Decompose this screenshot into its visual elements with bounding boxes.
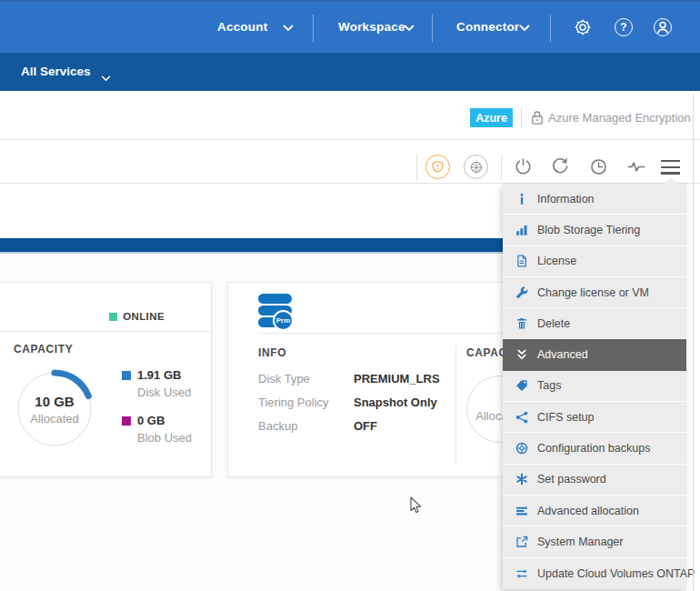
allocated-value: 10 GB (35, 394, 74, 409)
status-label: ONLINE (123, 311, 165, 322)
menu-item-configuration-backups[interactable]: Configuration backups (503, 433, 686, 464)
lock-icon (531, 110, 544, 125)
shield-icon[interactable] (425, 155, 450, 179)
provider-badge: Azure (470, 108, 513, 127)
header-divider (521, 107, 522, 128)
menu-item-change-license-or-vm[interactable]: Change license or VM (503, 277, 686, 308)
info-value: Snapshot Only (354, 396, 437, 409)
menu-item-label: Blob Storage Tiering (537, 224, 640, 236)
toolbar-divider (416, 155, 417, 180)
encryption-label: Azure Managed Encryption (548, 111, 691, 125)
menu-item-cifs-setup[interactable]: CIFS setup (503, 402, 686, 433)
trash-icon (515, 317, 528, 330)
card-divider (0, 331, 211, 332)
external-link-icon (515, 536, 528, 548)
menu-item-label: System Manager (537, 536, 623, 548)
bar-chart-icon (515, 224, 528, 236)
menu-item-advanced[interactable]: Advanced (503, 339, 686, 370)
services-bar: All Services (0, 53, 700, 91)
menu-item-label: Configuration backups (537, 442, 650, 455)
mouse-cursor (409, 496, 424, 515)
menu-item-label: Change license or VM (537, 286, 649, 299)
info-section-title: INFO (258, 346, 286, 359)
capacity-donut-chart: 10 GB Allocated (14, 368, 95, 450)
menu-item-information[interactable]: Information (503, 184, 686, 215)
all-services-menu[interactable]: All Services (21, 65, 91, 78)
info-row-tiering-policy: Tiering Policy Snapshot Only (258, 396, 440, 409)
info-row-backup: Backup OFF (258, 419, 440, 433)
info-value: PREMIUM_LRS (354, 372, 440, 386)
blob-used-value: 0 GB (137, 414, 165, 427)
power-icon[interactable] (514, 157, 533, 176)
timeline-icon[interactable] (589, 157, 608, 176)
menu-item-label: Information (537, 193, 595, 205)
account-menu[interactable]: Account (217, 20, 267, 34)
blob-used-swatch-icon (122, 416, 131, 426)
capacity-legend: 1.91 GB Disk Used 0 GB Blob Used (122, 368, 192, 459)
status-dot-icon (109, 313, 117, 321)
swap-arrows-icon (515, 567, 528, 580)
help-icon[interactable]: ? (615, 18, 633, 36)
rows-icon (515, 505, 528, 517)
gear-icon[interactable] (574, 18, 592, 36)
info-label: Disk Type (258, 372, 354, 386)
card-vertical-divider (455, 345, 456, 465)
menu-item-label: CIFS setup (537, 411, 595, 424)
chevron-down-icon[interactable] (519, 25, 530, 32)
topbar-divider (313, 15, 314, 42)
refresh-icon[interactable] (550, 157, 569, 176)
chevron-down-icon[interactable] (404, 25, 415, 32)
globe-icon (515, 442, 528, 455)
menu-item-system-manager[interactable]: System Manager (503, 526, 686, 557)
info-row-disk-type: Disk Type PREMIUM_LRS (258, 372, 440, 386)
info-label: Backup (258, 419, 354, 433)
document-icon (515, 255, 528, 267)
legend-item-blob-used: 0 GB Blob Used (122, 414, 192, 445)
disk-used-swatch-icon (122, 371, 131, 380)
menu-item-label: Tags (537, 379, 561, 392)
actions-menu: InformationBlob Storage TieringLicenseCh… (503, 184, 686, 589)
menu-item-set-password[interactable]: Set password (503, 465, 686, 496)
activity-icon[interactable] (627, 157, 646, 176)
legend-item-disk-used: 1.91 GB Disk Used (122, 368, 192, 399)
menu-item-advanced-allocation[interactable]: Advanced allocation (503, 496, 686, 526)
double-chevron-down-icon (515, 348, 528, 361)
connector-menu[interactable]: Connector (456, 20, 519, 34)
tag-icon (515, 379, 528, 392)
status-badge: ONLINE (109, 311, 165, 322)
chevron-down-icon[interactable] (283, 25, 294, 32)
scroll-edge-line (693, 95, 694, 591)
menu-item-label: Advanced (537, 348, 588, 361)
wrench-icon (515, 286, 528, 299)
disk-used-label: Disk Used (137, 386, 192, 399)
toolbar-divider (501, 155, 502, 180)
kubernetes-icon[interactable] (464, 155, 488, 179)
chevron-down-icon[interactable] (101, 69, 111, 85)
menu-item-update-cloud-volumes-ontap[interactable]: Update Cloud Volumes ONTAP (503, 558, 686, 589)
blob-used-label: Blob Used (137, 431, 192, 445)
info-label: Tiering Policy (258, 396, 354, 409)
menu-item-delete[interactable]: Delete (503, 308, 686, 339)
premium-disk-icon: Prm (258, 294, 300, 332)
menu-item-blob-storage-tiering[interactable]: Blob Storage Tiering (503, 215, 686, 245)
working-environment-card[interactable]: ONLINE CAPACITY 10 GB Allocated 1.91 GB … (0, 282, 212, 477)
allocated-label: Allocated (30, 412, 78, 426)
topbar-divider (550, 15, 551, 42)
divider (0, 139, 700, 140)
info-value: OFF (354, 419, 377, 433)
info-rows: Disk Type PREMIUM_LRS Tiering Policy Sna… (258, 372, 440, 443)
menu-item-license[interactable]: License (503, 246, 686, 277)
info-icon (515, 193, 528, 205)
menu-item-label: License (537, 255, 576, 267)
menu-item-tags[interactable]: Tags (503, 371, 686, 402)
menu-pointer (664, 177, 678, 185)
disk-used-value: 1.91 GB (137, 368, 181, 382)
workspace-menu[interactable]: Workspace (338, 20, 405, 34)
menu-icon[interactable] (661, 160, 680, 178)
menu-item-label: Set password (537, 473, 606, 486)
premium-badge: Prm (273, 310, 294, 331)
topbar-divider (432, 15, 433, 42)
user-icon[interactable] (654, 18, 672, 36)
menu-item-label: Advanced allocation (537, 505, 639, 517)
top-navigation-bar: Account Workspace Connector ? (0, 0, 700, 53)
